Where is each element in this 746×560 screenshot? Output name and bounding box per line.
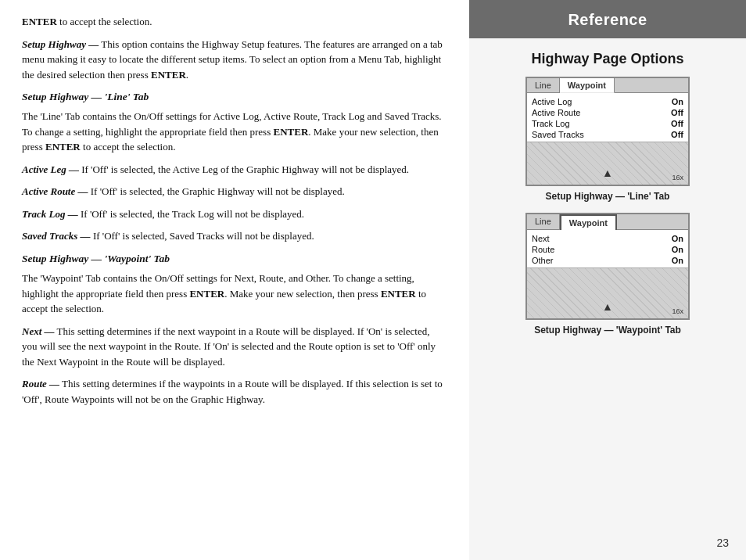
para-active-route: Active Route — If 'Off' is selected, the… <box>22 184 447 199</box>
active-leg-label: Active Leg — <box>22 163 79 175</box>
para-next: Next — This setting determines if the ne… <box>22 324 447 370</box>
route-label: Route — <box>22 378 59 389</box>
saved-tracks-label: Saved Tracks — <box>22 230 91 242</box>
heading-waypoint-tab: Setup Highway — 'Waypoint' Tab <box>22 251 447 267</box>
para-line-tab-desc: The 'Line' Tab contains the On/Off setti… <box>22 109 447 155</box>
active-route-val: Off <box>671 108 683 117</box>
screen1-row-activelog: Active Log On <box>532 96 683 107</box>
para-enter: ENTER to accept the selection. <box>22 14 447 30</box>
screen1-caption: Setup Highway — 'Line' Tab <box>546 191 670 202</box>
screen1-row-savedtracks: Saved Tracks Off <box>532 129 683 140</box>
screen2-caption: Setup Highway — 'Waypoint' Tab <box>534 325 681 336</box>
screen1-map: ▲ 16x <box>527 142 688 185</box>
route-val: On <box>672 245 683 254</box>
screen2-tab-line: Line <box>527 214 560 229</box>
next-screen-label: Next <box>532 234 550 243</box>
active-log-val: On <box>672 97 683 106</box>
para-route: Route — This setting determines if the w… <box>22 376 447 407</box>
enter-ref2: ENTER <box>273 126 308 138</box>
para-setup-highway: Setup Highway — This option contains the… <box>22 37 447 83</box>
active-log-label: Active Log <box>532 97 572 106</box>
para-saved-tracks: Saved Tracks — If 'Off' is selected, Sav… <box>22 228 447 244</box>
screen1-scale: 16x <box>672 174 683 181</box>
route-screen-label: Route <box>532 245 554 254</box>
screen2-row-next: Next On <box>532 233 683 244</box>
enter-label: ENTER <box>22 16 57 27</box>
enter-ref1: ENTER <box>151 69 186 81</box>
track-log-screen-label: Track Log <box>532 119 570 128</box>
reference-header: Reference <box>469 0 746 38</box>
saved-tracks-screen-label: Saved Tracks <box>532 130 584 139</box>
screen1-row-tracklog: Track Log Off <box>532 118 683 129</box>
para1-text: to accept the selection. <box>57 16 152 27</box>
screen2-tab-waypoint: Waypoint <box>560 214 617 230</box>
next-val: On <box>672 234 683 243</box>
screen1-tab-bar: Line Waypoint <box>527 78 688 93</box>
screen1-body: Active Log On Active Route Off Track Log… <box>527 93 688 142</box>
active-route-label: Active Route — <box>22 185 88 197</box>
screen1-tab-waypoint: Waypoint <box>560 78 615 93</box>
highway-page-options-title: Highway Page Options <box>485 51 730 67</box>
screen2-arrow: ▲ <box>602 301 613 314</box>
screen1-line-tab: Line Waypoint Active Log On Active Route… <box>525 77 690 186</box>
other-screen-label: Other <box>532 256 554 265</box>
next-label: Next — <box>22 325 55 337</box>
heading-line-tab: Setup Highway — 'Line' Tab <box>22 89 447 105</box>
para-track-log: Track Log — If 'Off' is selected, the Tr… <box>22 206 447 222</box>
page-number: 23 <box>716 537 729 549</box>
left-column: ENTER to accept the selection. Setup Hig… <box>0 0 469 560</box>
track-log-label: Track Log — <box>22 208 78 220</box>
track-log-val: Off <box>671 119 683 128</box>
active-route-screen-label: Active Route <box>532 108 580 117</box>
right-content: Highway Page Options Line Waypoint Activ… <box>469 38 746 346</box>
screen2-tab-bar: Line Waypoint <box>527 214 688 230</box>
screen1-row-activeroute: Active Route Off <box>532 107 683 118</box>
saved-tracks-val: Off <box>671 130 683 139</box>
screen2-body: Next On Route On Other On <box>527 230 688 267</box>
screen2-row-route: Route On <box>532 244 683 255</box>
other-val: On <box>672 256 683 265</box>
screen2-scale: 16x <box>672 307 683 315</box>
enter-ref5: ENTER <box>381 288 416 300</box>
right-column: Reference Highway Page Options Line Wayp… <box>469 0 746 560</box>
para-waypoint-tab-desc: The 'Waypoint' Tab contains the On/Off s… <box>22 271 447 317</box>
screen2-row-other: Other On <box>532 255 683 266</box>
para-active-leg: Active Leg — If 'Off' is selected, the A… <box>22 162 447 178</box>
screen1-arrow: ▲ <box>602 167 613 180</box>
screen1-tab-line: Line <box>527 78 560 92</box>
enter-ref4: ENTER <box>189 288 224 300</box>
screen2-waypoint-tab: Line Waypoint Next On Route On Other On … <box>525 213 690 320</box>
setup-highway-label: Setup Highway — <box>22 38 99 50</box>
screen2-map: ▲ 16x <box>527 267 688 318</box>
enter-ref3: ENTER <box>45 141 81 153</box>
